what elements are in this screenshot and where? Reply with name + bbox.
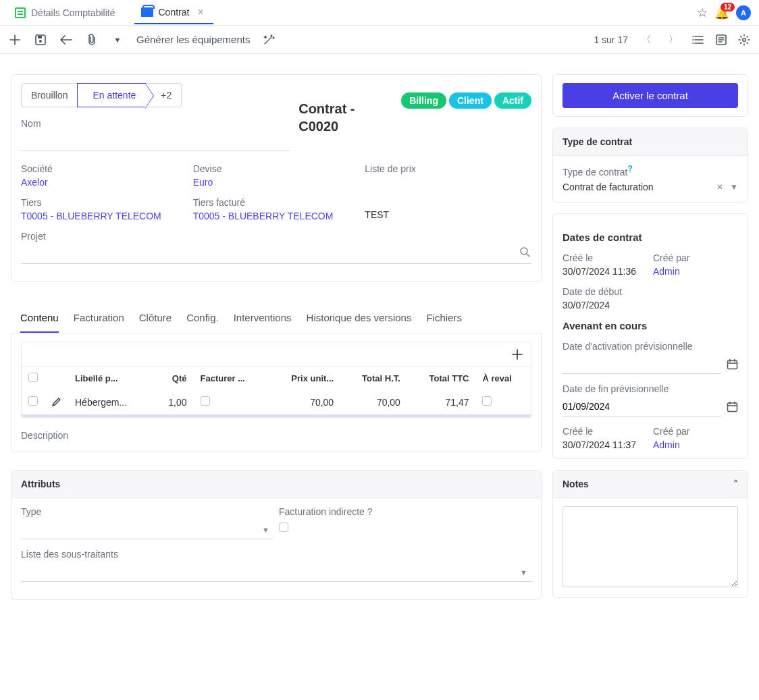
subcontractors-select[interactable] (21, 562, 531, 582)
star-icon[interactable]: ☆ (697, 5, 708, 20)
name-input[interactable] (21, 132, 290, 151)
magic-wand-icon[interactable] (262, 33, 276, 47)
activate-contract-button[interactable]: Activer le contrat (562, 83, 738, 108)
settings-icon[interactable] (737, 33, 751, 47)
cell-bill-checkbox[interactable] (201, 396, 210, 406)
badge-client: Client (449, 92, 492, 109)
created-by-value[interactable]: Admin (653, 266, 680, 277)
subtab-billing[interactable]: Facturation (74, 304, 124, 333)
contract-type-card: Type de contrat Type de contrat? Contrat… (552, 128, 748, 203)
calendar-icon[interactable] (727, 401, 738, 412)
billed-tiers-label: Tiers facturé (193, 197, 360, 208)
attachment-button[interactable] (85, 33, 99, 47)
cell-total-ttc: 71,47 (407, 389, 476, 416)
type-label: Type (21, 506, 273, 517)
clear-icon[interactable]: ✕ (716, 182, 723, 192)
tab-label: Contrat (159, 7, 190, 18)
col-unit-price: Prix unit... (269, 367, 341, 390)
notifications-button[interactable]: 🔔 12 (714, 5, 729, 20)
search-icon[interactable] (520, 247, 530, 257)
tiers-value[interactable]: T0005 - BLUEBERRY TELECOM (21, 211, 161, 221)
planned-activation-label: Date d'activation prévisionnelle (562, 341, 738, 352)
description-label: Description (21, 430, 531, 441)
select-all-checkbox[interactable] (28, 373, 38, 382)
subtab-content[interactable]: Contenu (20, 304, 59, 333)
subtabs: Contenu Facturation Clôture Config. Inte… (11, 304, 542, 333)
briefcase-icon (141, 7, 153, 17)
row-checkbox[interactable] (28, 396, 38, 406)
notes-header[interactable]: Notes ˄ (553, 470, 748, 498)
project-input[interactable] (21, 244, 531, 264)
generate-equipment-button[interactable]: Générer les équipements (136, 34, 250, 45)
tab-accounting-details[interactable]: Détails Comptabilité (8, 2, 122, 24)
pager-text: 1 sur 17 (594, 34, 628, 45)
col-total-ttc: Total TTC (407, 367, 476, 390)
help-icon[interactable]: ? (628, 164, 633, 173)
svg-rect-6 (728, 360, 737, 369)
company-label: Société (21, 163, 188, 174)
chevron-down-icon[interactable]: ▼ (730, 182, 738, 192)
status-pending[interactable]: En attente (77, 83, 146, 107)
calendar-icon[interactable] (727, 358, 738, 370)
activate-card: Activer le contrat (552, 74, 748, 117)
pager-prev[interactable]: 〈 (637, 34, 655, 46)
edit-row-icon[interactable] (51, 397, 61, 407)
notes-card: Notes ˄ (552, 470, 748, 598)
subtab-interventions[interactable]: Interventions (234, 304, 292, 333)
indirect-billing-label: Facturation indirecte ? (279, 506, 531, 517)
chevron-up-icon[interactable]: ˄ (733, 479, 738, 489)
created-on-value: 30/07/2024 11:36 (562, 266, 636, 277)
badge-billing: Billing (401, 92, 446, 109)
content-tab-card: Libellé p... Qté Facturer ... Prix unit.… (11, 333, 542, 452)
contract-main-card: Brouillon En attente +2 Nom Contrat - C0… (11, 74, 542, 282)
cell-reval-checkbox[interactable] (482, 396, 492, 406)
cell-label: Hébergem... (68, 389, 153, 416)
tab-contract[interactable]: Contrat × (134, 1, 213, 24)
subtab-versions[interactable]: Historique des versions (307, 304, 412, 333)
company-value[interactable]: Axelor (21, 177, 48, 188)
avatar[interactable]: A (736, 5, 751, 20)
status-draft[interactable]: Brouillon (21, 83, 78, 107)
col-total-ht: Total H.T. (340, 367, 407, 390)
currency-value[interactable]: Euro (193, 177, 213, 188)
amend-created-by-label: Créé par (653, 426, 738, 437)
dropdown-caret[interactable]: ▼ (111, 33, 124, 47)
back-button[interactable] (59, 33, 73, 47)
billed-tiers-value[interactable]: T0005 - BLUEBERRY TELECOM (193, 211, 334, 221)
name-label: Nom (21, 118, 290, 129)
chevron-down-icon[interactable]: ▼ (520, 568, 527, 576)
list-view-icon[interactable] (691, 33, 705, 47)
contract-type-header: Type de contrat (553, 128, 748, 156)
add-line-button[interactable] (512, 349, 523, 360)
chevron-down-icon[interactable]: ▼ (262, 526, 269, 534)
created-on-label: Créé le (562, 252, 648, 263)
table-row[interactable]: Hébergem... 1,00 70,00 70,00 71,47 (22, 389, 531, 416)
pricelist-label: Liste de prix (365, 163, 531, 174)
lines-table-wrapper: Libellé p... Qté Facturer ... Prix unit.… (21, 342, 531, 418)
subtab-closure[interactable]: Clôture (139, 304, 172, 333)
form-view-icon[interactable] (714, 33, 728, 47)
add-button[interactable] (8, 33, 22, 47)
subtab-files[interactable]: Fichiers (426, 304, 462, 333)
pricelist-note: TEST (365, 209, 389, 220)
indirect-billing-checkbox[interactable] (279, 522, 288, 532)
record-toolbar: ▼ Générer les équipements 1 sur 17 〈 〉 (0, 26, 759, 54)
currency-label: Devise (193, 163, 360, 174)
status-stepper: Brouillon En attente +2 (21, 83, 290, 107)
col-bill: Facturer ... (194, 367, 269, 390)
type-select[interactable] (21, 520, 273, 539)
save-button[interactable] (34, 33, 47, 47)
planned-end-input[interactable] (562, 397, 721, 416)
tab-label: Détails Comptabilité (31, 7, 115, 18)
contract-dates-title: Dates de contrat (562, 232, 738, 243)
subtab-config[interactable]: Config. (186, 304, 219, 333)
close-icon[interactable]: × (194, 7, 206, 18)
svg-rect-2 (38, 36, 42, 38)
contract-type-value[interactable]: Contrat de facturation (562, 182, 654, 192)
notes-textarea[interactable] (562, 506, 738, 587)
cell-qty: 1,00 (153, 389, 194, 416)
amend-created-by-value[interactable]: Admin (653, 439, 680, 450)
pager-next[interactable]: 〉 (664, 34, 682, 46)
page-title: Contrat - C0020 (298, 100, 393, 135)
planned-activation-input[interactable] (562, 354, 721, 374)
